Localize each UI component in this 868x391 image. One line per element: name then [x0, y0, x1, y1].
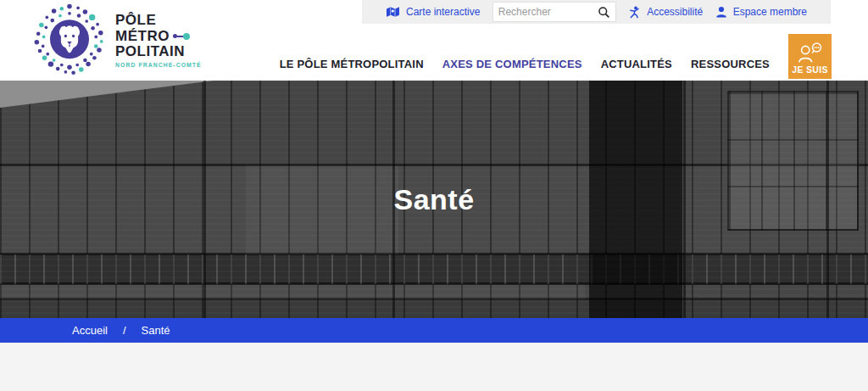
user-icon — [715, 6, 727, 18]
logo-tagline: NORD FRANCHE-COMTÉ — [115, 62, 202, 68]
hero-banner: Santé — [0, 81, 868, 318]
nav-item-actualites[interactable]: ACTUALITÉS — [601, 58, 672, 70]
interactive-map-label: Carte interactive — [406, 6, 480, 18]
hero-title: Santé — [0, 81, 868, 318]
person-speech-bubble-icon — [798, 42, 823, 64]
utility-bar: Carte interactive Accessibilité — [362, 0, 831, 24]
logo-line-3: POLITAIN — [115, 44, 202, 59]
search-input[interactable] — [493, 6, 593, 18]
accessibility-icon — [628, 6, 641, 19]
page-body-background — [0, 343, 868, 391]
breadcrumb-separator: / — [123, 324, 126, 337]
logo-line-2: MÉTRO — [115, 29, 170, 44]
member-area-link[interactable]: Espace membre — [715, 6, 807, 18]
logo-dots-icon — [173, 33, 190, 40]
site-logo[interactable]: PÔLE MÉTRO POLITAIN NORD FRANCHE-COMTÉ — [31, 2, 202, 80]
breadcrumb-home-link[interactable]: Accueil — [72, 324, 108, 337]
lion-dots-logo-icon — [31, 2, 108, 80]
breadcrumb: Accueil / Santé — [0, 318, 868, 343]
search-button[interactable] — [593, 3, 615, 21]
nav-item-axes-de-competences[interactable]: AXES DE COMPÉTENCES — [442, 58, 582, 70]
map-icon — [386, 6, 400, 18]
accessibility-label: Accessibilité — [647, 6, 703, 18]
site-header: PÔLE MÉTRO POLITAIN NORD FRANCHE-COMTÉ C… — [0, 0, 868, 81]
main-navigation: LE PÔLE MÉTROPOLITAIN AXES DE COMPÉTENCE… — [280, 58, 770, 70]
je-suis-label: JE SUIS — [792, 64, 827, 75]
breadcrumb-current: Santé — [142, 324, 170, 337]
nav-item-pole-metropolitain[interactable]: LE PÔLE MÉTROPOLITAIN — [280, 58, 424, 70]
je-suis-button[interactable]: JE SUIS — [788, 34, 832, 79]
logo-line-1: PÔLE — [115, 13, 202, 28]
logo-wordmark: PÔLE MÉTRO POLITAIN NORD FRANCHE-COMTÉ — [115, 13, 202, 68]
nav-item-ressources[interactable]: RESSOURCES — [691, 58, 770, 70]
search-icon — [598, 6, 610, 19]
accessibility-link[interactable]: Accessibilité — [628, 6, 703, 19]
search-box — [492, 2, 616, 22]
member-area-label: Espace membre — [733, 6, 807, 18]
interactive-map-link[interactable]: Carte interactive — [386, 6, 480, 18]
